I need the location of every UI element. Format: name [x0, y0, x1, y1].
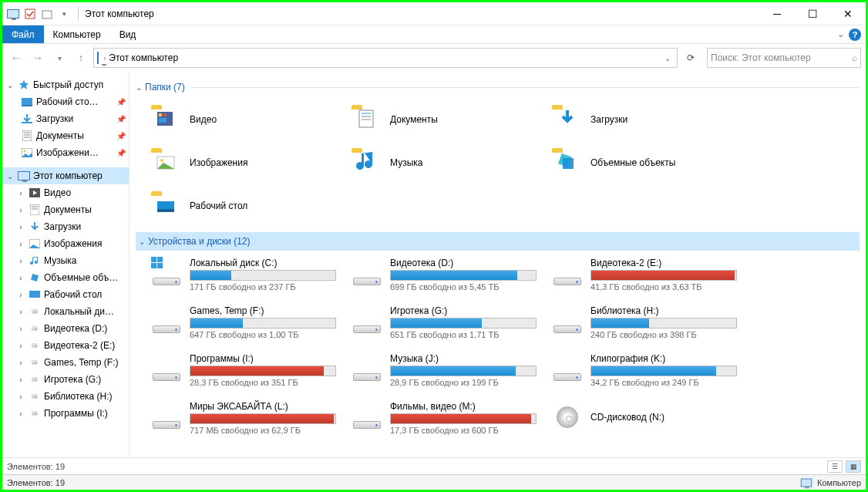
address-dropdown-icon[interactable]: ⌄	[661, 54, 674, 62]
new-folder-icon[interactable]	[39, 6, 55, 22]
folder-item[interactable]: Документы	[352, 101, 544, 138]
folder-overlay-icon	[151, 147, 182, 178]
body: ⌄ Быстрый доступ Рабочий сто… 📌 Загрузки…	[2, 72, 866, 457]
folder-item[interactable]: Загрузки	[552, 101, 745, 138]
nav-pc-item[interactable]: ›Библиотека (H:)	[2, 388, 129, 405]
search-input[interactable]	[711, 52, 852, 63]
search-box[interactable]: ⌕	[707, 48, 861, 68]
nav-pc-item[interactable]: ›Игротека (G:)	[2, 371, 129, 388]
nav-quick-item[interactable]: Загрузки 📌	[2, 110, 129, 127]
chevron-right-icon[interactable]: ›	[16, 240, 25, 248]
minimize-button[interactable]: ─	[759, 2, 795, 25]
up-button[interactable]: ↑	[72, 49, 90, 67]
nav-quick-item[interactable]: Рабочий сто… 📌	[2, 93, 129, 110]
nav-pc-item[interactable]: ›Видеотека-2 (E:)	[2, 337, 129, 354]
group-header-folders[interactable]: ⌄ Папки (7)	[136, 78, 860, 96]
drive-item[interactable]: Игротека (G:)651 ГБ свободно из 1,71 ТБ	[352, 303, 544, 342]
breadcrumb[interactable]: Этот компьютер	[109, 52, 178, 63]
taskbar: Элементов: 19 Компьютер	[2, 474, 866, 490]
chevron-down-icon[interactable]: ⌄	[136, 83, 142, 92]
close-button[interactable]: ✕	[830, 2, 866, 25]
navigation-pane[interactable]: ⌄ Быстрый доступ Рабочий сто… 📌 Загрузки…	[2, 72, 130, 457]
tab-computer[interactable]: Компьютер	[44, 25, 110, 43]
details-view-button[interactable]: ☰	[827, 460, 843, 473]
ribbon-expand-icon[interactable]: ⌄	[837, 29, 844, 39]
nav-pc-item[interactable]: ›Документы	[2, 201, 129, 218]
chevron-right-icon[interactable]: ›	[16, 291, 25, 299]
help-icon[interactable]: ?	[849, 29, 861, 41]
svg-rect-4	[22, 105, 32, 106]
back-button[interactable]: ←	[7, 49, 25, 67]
chevron-right-icon[interactable]: ›	[16, 359, 25, 367]
chevron-right-icon[interactable]: ›	[16, 206, 25, 214]
pc-icon[interactable]	[5, 6, 21, 22]
group-header-drives[interactable]: ⌄ Устройства и диски (12)	[136, 232, 860, 251]
address-chevron-icon[interactable]: ›	[103, 54, 106, 62]
nav-quick-access[interactable]: ⌄ Быстрый доступ	[2, 76, 129, 93]
chevron-right-icon[interactable]: ›	[16, 342, 25, 350]
drive-item[interactable]: Миры ЭКСАБАЙТА (L:)717 МБ свободно из 62…	[151, 399, 344, 437]
recent-dropdown-icon[interactable]: ▾	[50, 49, 69, 67]
address-bar[interactable]: › Этот компьютер ⌄	[93, 48, 678, 68]
drive-label: Музыка (J:)	[390, 353, 544, 364]
drive-item[interactable]: Видеотека-2 (E:)41,3 ГБ свободно из 3,63…	[552, 255, 745, 294]
nav-pc-item[interactable]: ›Games, Temp (F:)	[2, 354, 129, 371]
maximize-button[interactable]: ☐	[795, 2, 830, 25]
chevron-down-icon[interactable]: ⌄	[139, 238, 145, 246]
icons-view-button[interactable]: ▦	[846, 460, 861, 473]
drive-item[interactable]: Games, Temp (F:)647 ГБ свободно из 1,00 …	[151, 303, 344, 342]
drive-free-text: 717 МБ свободно из 62,9 ГБ	[190, 426, 344, 435]
folder-item[interactable]: Рабочий стол	[151, 187, 344, 224]
forward-button[interactable]: →	[29, 49, 47, 67]
chevron-right-icon[interactable]: ›	[16, 409, 25, 418]
nav-pc-item[interactable]: ›Музыка	[2, 252, 129, 269]
nav-label: Загрузки	[36, 113, 73, 124]
nav-pc-item[interactable]: ›Объемные объ…	[2, 269, 129, 286]
nav-label: Объемные объ…	[44, 272, 118, 283]
chevron-right-icon[interactable]: ›	[16, 274, 25, 282]
nav-pc-item[interactable]: ›Программы (I:)	[2, 405, 129, 422]
folder-item[interactable]: Видео	[151, 101, 344, 138]
drive-item[interactable]: CD-дисковод (N:)	[552, 399, 745, 437]
folder-item[interactable]: Музыка	[352, 144, 544, 181]
drive-item[interactable]: Библиотека (H:)240 ГБ свободно из 398 ГБ	[552, 303, 745, 342]
drive-item[interactable]: Клипография (K:)34,2 ГБ свободно из 249 …	[552, 351, 745, 389]
nav-quick-item[interactable]: Документы 📌	[2, 127, 129, 144]
properties-icon[interactable]	[22, 6, 38, 22]
svg-rect-35	[157, 257, 163, 262]
qat-dropdown-icon[interactable]: ▾	[56, 6, 72, 22]
chevron-right-icon[interactable]: ›	[16, 376, 25, 384]
chevron-down-icon[interactable]: ⌄	[5, 81, 15, 89]
chevron-right-icon[interactable]: ›	[16, 308, 25, 316]
chevron-down-icon[interactable]: ⌄	[5, 172, 15, 180]
explorer-window: ▾ Этот компьютер ─ ☐ ✕ Файл Компьютер Ви…	[0, 0, 868, 492]
nav-this-pc[interactable]: ⌄ Этот компьютер	[2, 167, 129, 184]
nav-pc-item[interactable]: ›Изображения	[2, 235, 129, 252]
tab-file[interactable]: Файл	[2, 25, 44, 43]
item-icon	[29, 204, 41, 216]
drive-item[interactable]: Фильмы, видео (M:)17,3 ГБ свободно из 60…	[352, 399, 544, 437]
nav-pc-item[interactable]: ›Локальный ди…	[2, 303, 129, 320]
folder-item[interactable]: Изображения	[151, 144, 344, 181]
star-icon	[18, 79, 30, 91]
drive-item[interactable]: Видеотека (D:)699 ГБ свободно из 5,45 ТБ	[352, 255, 544, 294]
folder-item[interactable]: Объемные объекты	[552, 144, 745, 181]
search-icon[interactable]: ⌕	[852, 52, 857, 63]
nav-pc-item[interactable]: ›Рабочий стол	[2, 286, 129, 303]
nav-pc-item[interactable]: ›Видеотека (D:)	[2, 320, 129, 337]
chevron-right-icon[interactable]: ›	[16, 325, 25, 333]
drive-item[interactable]: Локальный диск (C:)171 ГБ свободно из 23…	[151, 255, 344, 294]
nav-pc-item[interactable]: ›Загрузки	[2, 218, 129, 235]
content-area[interactable]: ⌄ Папки (7) ВидеоДокументыЗагрузкиИзобра…	[130, 72, 866, 457]
nav-quick-item[interactable]: Изображени… 📌	[2, 144, 129, 161]
refresh-button[interactable]: ⟳	[682, 49, 699, 66]
chevron-right-icon[interactable]: ›	[16, 257, 25, 265]
svg-marker-2	[19, 80, 29, 89]
chevron-right-icon[interactable]: ›	[16, 189, 25, 197]
drive-item[interactable]: Программы (I:)28,3 ГБ свободно из 351 ГБ	[151, 351, 344, 389]
chevron-right-icon[interactable]: ›	[16, 223, 25, 231]
chevron-right-icon[interactable]: ›	[16, 393, 25, 401]
nav-pc-item[interactable]: ›Видео	[2, 184, 129, 201]
tab-view[interactable]: Вид	[110, 25, 146, 43]
drive-item[interactable]: Музыка (J:)28,9 ГБ свободно из 199 ГБ	[352, 351, 544, 389]
